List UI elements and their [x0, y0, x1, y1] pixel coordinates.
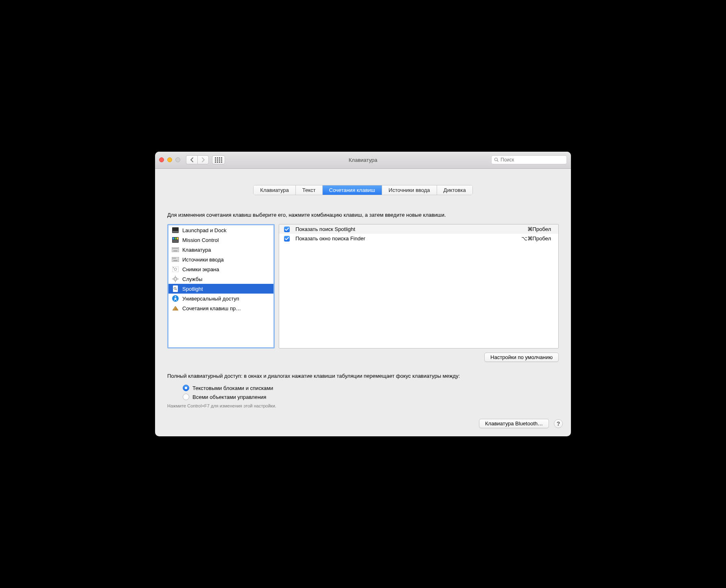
bluetooth-keyboard-button[interactable]: Клавиатура Bluetooth… [479, 419, 549, 428]
svg-line-1 [497, 161, 499, 162]
sidebar-item-launchpad[interactable]: Launchpad и Dock [168, 225, 273, 235]
svg-rect-3 [173, 231, 178, 233]
sidebar-item-screenshots[interactable]: Снимки экрана [168, 264, 273, 274]
svg-rect-20 [173, 260, 177, 261]
keyboard-icon [172, 246, 179, 253]
sidebar-item-label: Spotlight [182, 286, 203, 292]
shortcut-keys[interactable]: ⌘Пробел [527, 226, 551, 232]
shortcut-label: Показать окно поиска Finder [295, 235, 365, 242]
search-field[interactable] [491, 155, 567, 164]
sidebar-item-accessibility[interactable]: Универсальный доступ [168, 294, 273, 303]
sidebar-item-keyboard[interactable]: Клавиатура [168, 245, 273, 255]
shortcut-label: Показать поиск Spotlight [295, 226, 355, 232]
screenshot-icon [172, 266, 179, 273]
tab-text[interactable]: Текст [296, 185, 323, 195]
svg-rect-15 [173, 250, 177, 251]
shortcut-row[interactable]: Показать окно поиска Finder ⌥⌘Пробел [279, 234, 558, 243]
category-sidebar[interactable]: Launchpad и Dock Mission Control Клавиат… [167, 224, 275, 348]
search-input[interactable] [501, 157, 564, 163]
sidebar-item-label: Сочетания клавиш пр… [182, 305, 241, 311]
nav-buttons [186, 155, 209, 164]
svg-rect-7 [177, 237, 178, 240]
sidebar-item-app-shortcuts[interactable]: Сочетания клавиш пр… [168, 303, 273, 313]
back-button[interactable] [186, 155, 197, 164]
footer: Клавиатура Bluetooth… ? [155, 419, 571, 436]
radio-text-boxes[interactable]: Текстовыми блоками и списками [183, 385, 559, 391]
sidebar-item-input-sources[interactable]: Источники ввода [168, 255, 273, 264]
svg-rect-29 [177, 279, 179, 279]
svg-rect-5 [173, 237, 174, 240]
input-sources-icon [172, 256, 179, 263]
full-access-text: Полный клавиатурный доступ: в окнах и ди… [167, 372, 559, 380]
svg-rect-11 [174, 248, 175, 249]
instruction-text: Для изменения сочетания клавиш выберите … [167, 211, 559, 219]
minimize-icon[interactable] [167, 157, 172, 162]
sidebar-item-spotlight[interactable]: Spotlight [168, 284, 273, 294]
radio-button[interactable] [183, 385, 189, 391]
restore-defaults-button[interactable]: Настройки по умолчанию [484, 353, 559, 362]
tab-shortcuts[interactable]: Сочетания клавиш [323, 185, 382, 195]
spotlight-icon [172, 285, 179, 292]
preferences-window: Клавиатура Клавиатура Текст Сочетания кл… [155, 152, 571, 437]
svg-rect-12 [175, 248, 176, 249]
shortcut-row[interactable]: Показать поиск Spotlight ⌘Пробел [279, 224, 558, 234]
sidebar-item-label: Службы [182, 276, 202, 282]
checkbox[interactable] [284, 226, 290, 232]
svg-rect-16 [172, 257, 179, 262]
svg-rect-9 [172, 247, 179, 252]
radio-all-controls[interactable]: Всеми объектами управления [183, 394, 559, 400]
svg-rect-28 [172, 279, 173, 279]
svg-rect-30 [173, 285, 178, 292]
show-all-button[interactable] [212, 155, 225, 164]
svg-rect-18 [174, 258, 175, 259]
tab-keyboard[interactable]: Клавиатура [254, 185, 295, 195]
app-shortcuts-icon [172, 305, 179, 312]
gear-icon [172, 275, 179, 283]
radio-button[interactable] [183, 394, 189, 400]
window-controls [159, 157, 180, 162]
shortcut-keys[interactable]: ⌥⌘Пробел [521, 235, 551, 242]
tab-input-sources[interactable]: Источники ввода [382, 185, 437, 195]
launchpad-icon [172, 226, 179, 234]
radio-label: Всеми объектами управления [192, 394, 266, 400]
sidebar-item-label: Универсальный доступ [182, 296, 239, 302]
sidebar-item-label: Источники ввода [182, 257, 224, 263]
svg-point-0 [495, 158, 498, 161]
svg-point-34 [175, 296, 176, 298]
tab-dictation[interactable]: Диктовка [437, 185, 472, 195]
svg-rect-17 [173, 258, 173, 259]
full-access-radio-group: Текстовыми блоками и списками Всеми объе… [167, 385, 559, 400]
svg-rect-19 [175, 258, 176, 259]
sidebar-item-label: Mission Control [182, 237, 219, 243]
help-button[interactable]: ? [554, 419, 563, 428]
svg-rect-10 [173, 248, 173, 249]
content-area: Клавиатура Текст Сочетания клавиш Источн… [155, 169, 571, 419]
search-icon [494, 157, 499, 162]
sidebar-item-label: Клавиатура [182, 247, 211, 253]
svg-rect-8 [173, 240, 178, 242]
zoom-icon [175, 157, 180, 162]
close-icon[interactable] [159, 157, 164, 162]
svg-rect-26 [175, 276, 176, 277]
svg-rect-14 [177, 248, 178, 249]
sidebar-item-label: Launchpad и Dock [182, 227, 226, 233]
svg-rect-6 [175, 237, 176, 240]
shortcut-list[interactable]: Показать поиск Spotlight ⌘Пробел Показат… [279, 224, 559, 348]
titlebar: Клавиатура [155, 152, 571, 169]
sidebar-item-services[interactable]: Службы [168, 274, 273, 284]
sidebar-item-label: Снимки экрана [182, 266, 219, 272]
svg-rect-27 [175, 281, 176, 282]
hint-text: Нажмите Control+F7 для изменения этой на… [167, 403, 559, 408]
radio-label: Текстовыми блоками и списками [192, 385, 273, 391]
checkbox[interactable] [284, 236, 290, 242]
svg-rect-13 [176, 248, 177, 249]
sidebar-item-mission-control[interactable]: Mission Control [168, 235, 273, 245]
accessibility-icon [172, 295, 179, 302]
svg-rect-23 [173, 267, 174, 268]
mission-control-icon [172, 236, 179, 244]
svg-point-25 [175, 278, 176, 280]
tab-bar: Клавиатура Текст Сочетания клавиш Источн… [167, 185, 559, 195]
forward-button[interactable] [197, 155, 209, 164]
